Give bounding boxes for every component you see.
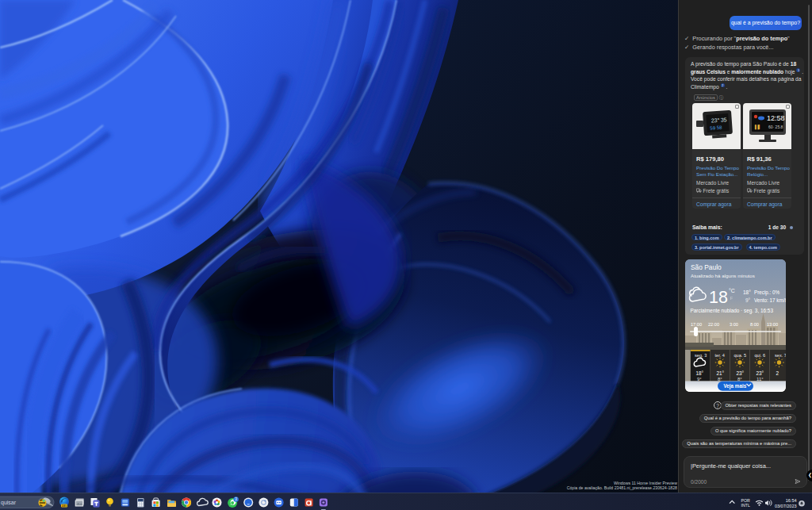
svg-text:11°: 11°: [756, 377, 764, 382]
svg-text:18°: 18°: [743, 290, 751, 295]
svg-text:22:00: 22:00: [708, 322, 719, 327]
svg-text:São Paulo: São Paulo: [691, 263, 722, 271]
svg-text:35: 35: [721, 117, 727, 123]
svg-text:9°: 9°: [697, 377, 702, 382]
svg-text:3:00: 3:00: [730, 322, 738, 327]
svg-text:▐▐▎: ▐▐▎: [753, 125, 762, 130]
svg-text:Veja mais: Veja mais: [724, 383, 747, 389]
svg-text:23°: 23°: [711, 117, 720, 124]
svg-text:12:58: 12:58: [767, 114, 785, 122]
svg-text:2: 2: [776, 370, 779, 376]
svg-text:16:54: 16:54: [786, 498, 797, 503]
svg-text:18°: 18°: [696, 370, 704, 376]
svg-text:13:00: 13:00: [767, 322, 778, 327]
svg-text:°C: °C: [729, 288, 735, 293]
svg-text:Atualizado há alguns minutos: Atualizado há alguns minutos: [691, 273, 755, 278]
svg-text:21°: 21°: [717, 370, 725, 376]
svg-text:sex. 7: sex. 7: [775, 353, 786, 358]
svg-text:18: 18: [709, 288, 728, 307]
svg-text:ter. 4: ter. 4: [715, 353, 725, 358]
svg-text:9°: 9°: [745, 297, 751, 303]
svg-text:Vento: 17 km/h: Vento: 17 km/h: [754, 297, 786, 303]
svg-text:23°: 23°: [756, 370, 764, 376]
svg-text:Parcialmente nublado · seg. 3,: Parcialmente nublado · seg. 3, 16:53: [691, 308, 774, 314]
svg-text:Precip.: 0%: Precip.: 0%: [754, 290, 780, 296]
svg-text:qui. 6: qui. 6: [755, 353, 766, 358]
svg-text:seg. 3: seg. 3: [695, 353, 707, 358]
svg-text:60· 25.8: 60· 25.8: [768, 125, 783, 129]
svg-text:POR: POR: [741, 498, 750, 503]
svg-text:59 58: 59 58: [710, 125, 722, 131]
svg-text:F: F: [730, 295, 733, 301]
svg-text:8°: 8°: [718, 377, 722, 382]
svg-text:03/07/2023: 03/07/2023: [775, 504, 797, 508]
svg-text:INTL: INTL: [741, 503, 750, 508]
svg-text:8°: 8°: [737, 377, 742, 382]
svg-text:23°: 23°: [737, 370, 745, 376]
svg-text:17:00: 17:00: [691, 322, 702, 327]
svg-text:qua. 5: qua. 5: [734, 353, 747, 358]
svg-text:8:00: 8:00: [750, 322, 759, 327]
